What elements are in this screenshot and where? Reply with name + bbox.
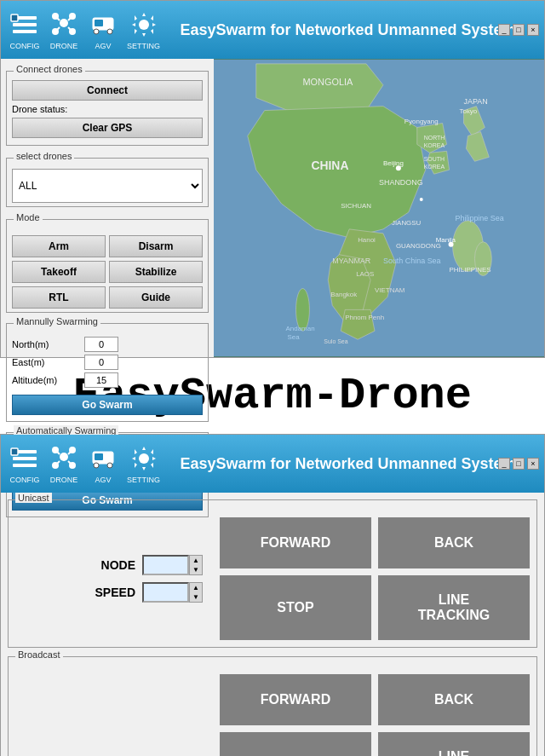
clear-gps-button[interactable]: Clear GPS: [12, 118, 203, 138]
mode-group: Mode Arm Disarm Takeoff Stabilize RTL Gu…: [6, 219, 209, 313]
speed-input-wrap: ▲ ▼: [142, 582, 203, 603]
bottom-content: Unicast NODE ▲ ▼ SPEED: [1, 493, 544, 756]
unicast-stop-button[interactable]: STOP: [220, 575, 371, 640]
arm-button[interactable]: Arm: [12, 235, 106, 257]
svg-text:LAOS: LAOS: [356, 270, 374, 278]
minimize-btn[interactable]: _: [498, 24, 510, 36]
speed-spin-down[interactable]: ▼: [190, 592, 202, 602]
disarm-button[interactable]: Disarm: [109, 235, 203, 257]
bottom-maximize-btn[interactable]: □: [513, 458, 525, 470]
svg-text:KOREA: KOREA: [424, 164, 445, 170]
unicast-label: Unicast: [15, 493, 52, 503]
top-titlebar: _ □ × CONFIG: [1, 1, 544, 59]
bottom-titlebar: _ □ × CONFIG: [1, 435, 544, 493]
svg-text:Phnom Penh: Phnom Penh: [345, 314, 384, 321]
svg-text:Pyongyang: Pyongyang: [404, 118, 439, 125]
manually-swarming-label: Mannully Swarming: [14, 316, 100, 326]
north-input[interactable]: [84, 337, 118, 352]
svg-text:Beijing: Beijing: [383, 159, 404, 167]
select-drones-list[interactable]: ALL: [12, 169, 203, 203]
nav-setting[interactable]: SETTING: [127, 9, 160, 50]
nav-drone[interactable]: DRONE: [49, 9, 79, 50]
svg-text:MONGOLIA: MONGOLIA: [302, 77, 353, 87]
window-controls: _ □ ×: [498, 24, 539, 36]
svg-point-72: [52, 462, 59, 469]
broadcast-section: Broadcast FORWARD BACK STOP LINE TRACKIN…: [8, 656, 537, 756]
unicast-back-button[interactable]: BACK: [378, 517, 530, 568]
bottom-nav-setting[interactable]: SETTING: [127, 443, 160, 484]
svg-rect-63: [13, 464, 37, 467]
svg-text:SHANDONG: SHANDONG: [379, 178, 423, 187]
svg-text:KOREA: KOREA: [424, 142, 445, 148]
nav-config[interactable]: CONFIG: [9, 9, 40, 50]
svg-text:Sea: Sea: [288, 333, 301, 341]
east-input[interactable]: [84, 355, 118, 370]
bottom-minimize-btn[interactable]: _: [498, 458, 510, 470]
speed-spin: ▲ ▼: [189, 582, 203, 603]
svg-text:CHINA: CHINA: [311, 159, 348, 172]
go-swarm-1-button[interactable]: Go Swarm: [12, 395, 203, 415]
unicast-fields: NODE ▲ ▼ SPEED: [15, 555, 203, 603]
speed-label: SPEED: [84, 586, 135, 599]
maximize-btn[interactable]: □: [513, 24, 525, 36]
bottom-nav-agv[interactable]: AGV: [88, 443, 118, 484]
svg-point-10: [69, 13, 76, 20]
guide-button[interactable]: Guide: [109, 286, 203, 309]
bottom-close-btn[interactable]: ×: [527, 458, 539, 470]
svg-text:SOUTH: SOUTH: [424, 156, 445, 162]
mode-label: Mode: [14, 212, 43, 222]
drone-status-label: Drone status:: [12, 104, 203, 114]
top-window: _ □ × CONFIG: [0, 0, 545, 358]
close-btn[interactable]: ×: [527, 24, 539, 36]
broadcast-line-tracking-button[interactable]: LINE TRACKING: [378, 732, 530, 756]
svg-point-11: [52, 28, 59, 35]
speed-input[interactable]: [142, 582, 189, 603]
svg-rect-62: [13, 457, 37, 460]
svg-text:Bangkok: Bangkok: [330, 291, 357, 298]
svg-rect-1: [13, 23, 37, 26]
unicast-forward-button[interactable]: FORWARD: [220, 517, 371, 568]
svg-text:GUANGDONG: GUANGDONG: [396, 242, 441, 250]
bottom-nav-config[interactable]: CONFIG: [9, 443, 40, 484]
svg-rect-75: [95, 453, 103, 460]
svg-point-65: [60, 453, 68, 461]
unicast-section: Unicast NODE ▲ ▼ SPEED: [8, 499, 537, 648]
svg-point-17: [139, 20, 149, 30]
broadcast-controls: FORWARD BACK STOP LINE TRACKING: [220, 674, 530, 756]
svg-text:Philippine Sea: Philippine Sea: [456, 214, 504, 222]
bottom-nav-drone[interactable]: DRONE: [49, 443, 79, 484]
speed-row: SPEED ▲ ▼: [15, 582, 203, 603]
svg-rect-14: [95, 20, 103, 26]
speed-spin-up[interactable]: ▲: [190, 583, 202, 592]
rtl-button[interactable]: RTL: [12, 286, 106, 309]
broadcast-back-button[interactable]: BACK: [378, 674, 530, 725]
svg-point-73: [69, 462, 76, 469]
select-drones-label: select drones: [14, 151, 74, 161]
node-spin-up[interactable]: ▲: [190, 556, 202, 565]
stabilize-button[interactable]: Stabilize: [109, 261, 203, 283]
unicast-inner: NODE ▲ ▼ SPEED: [15, 517, 530, 640]
map-area: MONGOLIA CHINA NORTH KOREA SOUTH KOREA J…: [214, 59, 544, 357]
svg-text:Tokyo: Tokyo: [460, 107, 478, 115]
altitude-input[interactable]: [84, 372, 118, 388]
svg-point-12: [69, 28, 76, 35]
bottom-window-controls: _ □ ×: [498, 458, 539, 470]
svg-point-78: [139, 453, 149, 464]
broadcast-stop-button[interactable]: STOP: [220, 732, 371, 756]
svg-text:MYANMAR: MYANMAR: [332, 257, 371, 265]
north-label: North(m): [12, 339, 84, 349]
connect-button[interactable]: Connect: [12, 80, 203, 101]
node-input-wrap: ▲ ▼: [142, 555, 203, 575]
nav-agv[interactable]: AGV: [88, 9, 118, 50]
node-spin-down[interactable]: ▼: [190, 565, 202, 574]
svg-text:JIANGSU: JIANGSU: [392, 219, 422, 227]
map-svg: MONGOLIA CHINA NORTH KOREA SOUTH KOREA J…: [214, 59, 544, 357]
svg-point-15: [94, 29, 99, 34]
node-input[interactable]: [142, 555, 189, 575]
app-title: EasySwarm for Networked Unmanned Systems: [180, 21, 524, 39]
unicast-line-tracking-button[interactable]: LINE TRACKING: [378, 575, 530, 640]
takeoff-button[interactable]: Takeoff: [12, 261, 106, 283]
svg-rect-2: [13, 30, 37, 33]
node-row: NODE ▲ ▼: [15, 555, 203, 575]
broadcast-forward-button[interactable]: FORWARD: [220, 674, 371, 725]
